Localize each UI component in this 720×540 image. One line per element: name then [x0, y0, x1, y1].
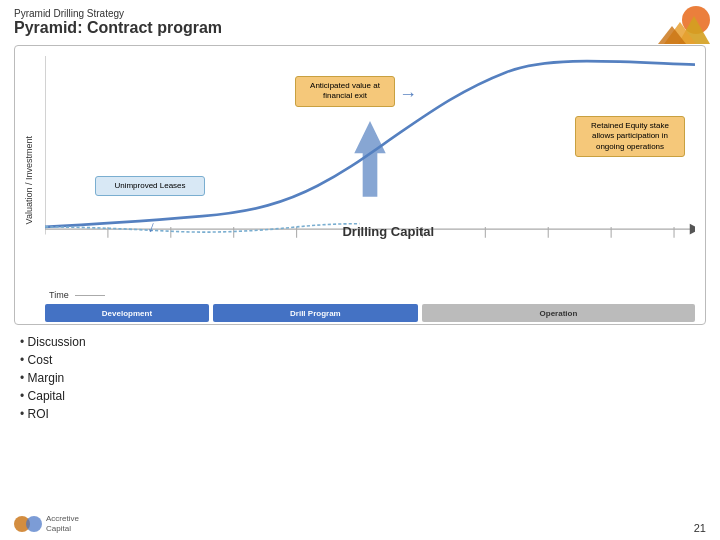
footer-logo-text: Accretive Capital — [46, 514, 79, 533]
annotation-unimproved: Unimproved Leases — [95, 176, 205, 196]
svg-point-20 — [26, 516, 42, 532]
bullet-item: Margin — [20, 369, 700, 387]
footer-logo-icon — [14, 514, 42, 534]
time-label: Time — [49, 290, 69, 300]
chart-box: Valuation / Investment — [14, 45, 706, 325]
annotation-retained: Retained Equity stake allows participati… — [575, 116, 685, 157]
header-title: Pyramid: Contract program — [14, 19, 706, 37]
bullet-item: Discussion — [20, 333, 700, 351]
drilling-capital-label: Drilling Capital — [342, 224, 434, 239]
phase-operation: Operation — [422, 304, 695, 322]
phase-drill-program: Drill Program — [213, 304, 418, 322]
phase-development: Development — [45, 304, 209, 322]
y-axis-label: Valuation / Investment — [24, 136, 34, 224]
annotation-anticipated: Anticipated value at financial exit — [295, 76, 395, 107]
page-number: 21 — [694, 522, 706, 534]
header: Pyramid Drilling Strategy Pyramid: Contr… — [0, 0, 720, 39]
svg-marker-16 — [690, 224, 695, 235]
header-subtitle: Pyramid Drilling Strategy — [14, 8, 706, 19]
chart-area: Anticipated value at financial exit → Re… — [45, 56, 695, 294]
svg-marker-18 — [354, 121, 385, 197]
logo-top-right — [658, 6, 710, 48]
bullet-item: Cost — [20, 351, 700, 369]
bullet-list: DiscussionCostMarginCapitalROI — [20, 333, 700, 423]
bullet-item: Capital — [20, 387, 700, 405]
footer-logo: Accretive Capital — [14, 514, 79, 534]
bullet-item: ROI — [20, 405, 700, 423]
phase-bars: Development Drill Program Operation — [45, 304, 695, 324]
footer: Accretive Capital 21 — [14, 514, 706, 534]
bullets: DiscussionCostMarginCapitalROI — [20, 333, 700, 423]
anticipated-arrow: → — [399, 84, 417, 105]
